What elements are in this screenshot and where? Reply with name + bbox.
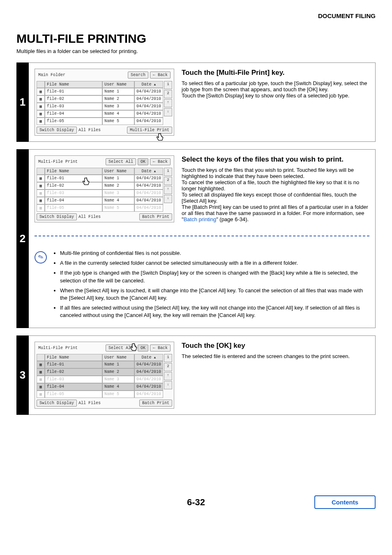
file-name: file-03 — [45, 103, 102, 110]
file-row[interactable]: ▦file-02Name 204/04/2010 — [37, 95, 163, 103]
note-item: Multi-file printing of confidential file… — [60, 250, 369, 257]
page-title: MULTI-FILE PRINTING — [16, 32, 376, 46]
file-row[interactable]: ▦file-02Name 204/04/2010 — [37, 182, 163, 190]
all-files-label: All Files — [78, 401, 101, 405]
pointing-hand-icon — [80, 177, 91, 188]
file-user: Name 5 — [102, 118, 134, 125]
file-user: Name 4 — [102, 383, 134, 391]
back-button[interactable]: ← Back — [150, 158, 171, 165]
file-date: 04/04/2010 — [134, 110, 163, 118]
file-date: 04/04/2010 — [134, 361, 163, 368]
file-user: Name 5 — [102, 391, 134, 398]
file-date: 04/04/2010 — [134, 204, 163, 212]
back-button[interactable]: ← Back — [150, 72, 171, 79]
step-number-box: 2 — [16, 149, 29, 328]
col-username: User Name — [102, 354, 134, 361]
file-row[interactable]: ▦file-01Name 104/04/2010 — [37, 88, 163, 95]
switch-display-button[interactable]: Switch Display — [37, 400, 77, 407]
multi-file-print-button[interactable]: Multi-File Print — [127, 127, 172, 134]
file-name: file-05 — [45, 391, 102, 398]
col-date: Date ▲ — [134, 168, 163, 175]
batch-printing-link[interactable]: Batch printing — [184, 216, 217, 222]
file-type-icon: ▦ — [37, 88, 45, 95]
file-name: file-05 — [45, 204, 102, 212]
file-user: Name 2 — [102, 368, 134, 376]
file-date: 04/04/2010 — [134, 182, 163, 190]
page-number: 6-32 — [187, 497, 205, 508]
page-total: 2 — [164, 363, 172, 371]
file-type-icon: ▦ — [37, 197, 45, 204]
file-row: ▦file-03Name 304/04/2010 — [37, 190, 163, 197]
select-all-button[interactable]: Select All — [106, 158, 136, 165]
note-icon: ✎ — [33, 250, 48, 265]
file-row[interactable]: ▦file-03Name 304/04/2010 — [37, 103, 163, 110]
note-item: If all files are selected without using … — [60, 304, 369, 319]
file-type-icon: ▦ — [37, 383, 45, 391]
batch-print-button[interactable]: Batch Print — [139, 400, 172, 407]
file-name: file-04 — [45, 110, 102, 118]
step-heading: Touch the [OK] key — [182, 342, 369, 350]
search-button[interactable]: Search — [128, 72, 148, 79]
file-row: ▦file-03Name 304/04/2010 — [37, 376, 163, 383]
step-text: The [Batch Print] key can be used to pri… — [182, 204, 369, 222]
file-row[interactable]: ▦file-04Name 404/04/2010 — [37, 197, 163, 204]
step-text: To select all displayed file keys except… — [182, 192, 369, 204]
scroll-up-button[interactable]: ↑ — [164, 372, 172, 380]
file-name: file-01 — [45, 361, 102, 368]
file-user: Name 1 — [102, 88, 134, 95]
file-date: 04/04/2010 — [134, 95, 163, 103]
col-filename: File Name — [45, 81, 102, 88]
file-name: file-02 — [45, 368, 102, 376]
file-date: 04/04/2010 — [134, 118, 163, 125]
scroll-down-button[interactable]: ↓ — [164, 195, 172, 203]
file-date: 04/04/2010 — [134, 391, 163, 398]
scroll-down-button[interactable]: ↓ — [164, 381, 172, 389]
file-date: 04/04/2010 — [134, 88, 163, 95]
step-number-box: 1 — [16, 62, 29, 142]
file-type-icon: ▦ — [37, 361, 45, 368]
file-user: Name 2 — [102, 95, 134, 103]
file-name: file-04 — [45, 197, 102, 204]
ok-button[interactable]: OK — [138, 158, 148, 165]
file-date: 04/04/2010 — [134, 197, 163, 204]
scroll-up-button[interactable]: ↑ — [164, 99, 172, 107]
back-button[interactable]: ← Back — [150, 345, 171, 352]
step-heading: Touch the [Multi-File Print] key. — [182, 69, 369, 77]
all-files-label: All Files — [78, 128, 101, 132]
file-row[interactable]: ▦file-01Name 104/04/2010 — [37, 361, 163, 368]
file-type-icon: ▦ — [37, 376, 45, 383]
col-username: User Name — [102, 168, 134, 175]
panel-title: Multi-File Print — [38, 346, 78, 350]
note-item: When the [Select All] key is touched, it… — [60, 287, 369, 302]
batch-print-button[interactable]: Batch Print — [139, 213, 172, 220]
file-row[interactable]: ▦file-04Name 404/04/2010 — [37, 383, 163, 391]
page-total: 2 — [164, 90, 172, 98]
file-type-icon: ▦ — [37, 182, 45, 190]
switch-display-button[interactable]: Switch Display — [37, 213, 77, 220]
col-filename: File Name — [45, 168, 102, 175]
file-name: file-03 — [45, 376, 102, 383]
scroll-down-button[interactable]: ↓ — [164, 108, 172, 116]
page-current: 1 — [164, 81, 172, 89]
file-name: file-03 — [45, 190, 102, 197]
file-row[interactable]: ▦file-01Name 104/04/2010 — [37, 175, 163, 182]
file-user: Name 4 — [102, 110, 134, 118]
all-files-label: All Files — [78, 215, 101, 219]
file-row[interactable]: ▦file-05Name 504/04/2010 — [37, 118, 163, 125]
section-header: DOCUMENT FILING — [16, 12, 376, 19]
file-name: file-05 — [45, 118, 102, 125]
file-type-icon: ▦ — [37, 103, 45, 110]
step-text: Touch the keys of the files that you wis… — [182, 167, 369, 179]
pointing-hand-icon — [154, 133, 165, 143]
switch-display-button[interactable]: Switch Display — [37, 127, 77, 134]
touch-panel-step1: Main Folder Search ← Back File Name User… — [35, 69, 174, 136]
file-row[interactable]: ▦file-02Name 204/04/2010 — [37, 368, 163, 376]
file-date: 04/04/2010 — [134, 175, 163, 182]
contents-button[interactable]: Contents — [314, 495, 376, 509]
ok-button[interactable]: OK — [138, 345, 148, 352]
file-row[interactable]: ▦file-04Name 404/04/2010 — [37, 110, 163, 118]
step-number: 2 — [20, 232, 25, 245]
scroll-up-button[interactable]: ↑ — [164, 186, 172, 194]
file-date: 04/04/2010 — [134, 376, 163, 383]
file-user: Name 4 — [102, 197, 134, 204]
